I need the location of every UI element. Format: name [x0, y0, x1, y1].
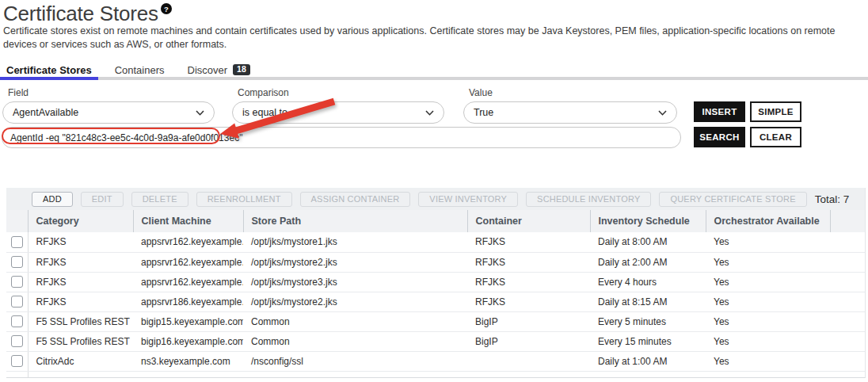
tab-underline [0, 77, 868, 80]
column-header-orchestrator-available[interactable]: Orchestrator Available [706, 210, 830, 232]
checkbox-cell [6, 292, 28, 311]
cell-store-path: /nsconfig/ssl [243, 351, 467, 371]
filler-cell [830, 252, 865, 272]
tab-discover[interactable]: Discover 18 [188, 64, 250, 76]
field-label: Field [2, 87, 215, 98]
row-checkbox[interactable] [11, 335, 23, 347]
column-header-category[interactable]: Category [28, 210, 133, 232]
cell-inventory-schedule: Daily at 2:00 AM [590, 252, 706, 272]
cell-client-machine: appsrvr162.keyexample.com [133, 272, 243, 292]
column-header-inventory-schedule[interactable]: Inventory Schedule [590, 210, 706, 232]
chevron-down-icon [425, 110, 434, 116]
grid-toolbar: ADD EDIT DELETE REENROLLMENT ASSIGN CONT… [6, 188, 865, 210]
simple-button[interactable]: SIMPLE [750, 101, 801, 122]
field-select[interactable]: AgentAvailable [2, 101, 215, 124]
cell-category: RFJKS [28, 232, 133, 252]
cell-orchestrator-available: Yes [706, 331, 830, 351]
filler-cell [830, 351, 865, 371]
table-row: RFJKSappsrvr186.keyexample.com/opt/jks/m… [6, 292, 865, 311]
tab-label: Containers [115, 64, 165, 76]
cell-orchestrator-available: Yes [706, 272, 830, 292]
cell-container: BigIP [467, 331, 590, 351]
filler-cell [830, 232, 865, 252]
checkbox-cell [6, 331, 28, 351]
cell-container: RFJKS [467, 232, 590, 252]
insert-button[interactable]: INSERT [694, 101, 745, 122]
row-checkbox[interactable] [11, 296, 23, 308]
chevron-down-icon [196, 110, 204, 116]
cell-client-machine: appsrvr162.keyexample.com [133, 232, 243, 252]
cell-inventory-schedule: Daily at 8:00 AM [590, 232, 706, 252]
field-group: Field AgentAvailable [2, 87, 215, 124]
row-checkbox[interactable] [11, 256, 23, 268]
page-header: Certificate Stores ? [3, 3, 172, 24]
page-description: Certificate stores exist on remote machi… [3, 25, 866, 51]
tab-bar: Certificate Stores Containers Discover 1… [6, 63, 273, 77]
cell-orchestrator-available: Yes [706, 351, 830, 371]
query-text: AgentId -eq "821c48c3-ee5c-4c0d-9a9a-afe… [10, 132, 242, 143]
help-icon[interactable]: ? [161, 3, 172, 14]
tab-containers[interactable]: Containers [115, 64, 165, 76]
column-header-container[interactable]: Container [467, 210, 590, 232]
column-header-store-path[interactable]: Store Path [243, 210, 467, 232]
certificate-stores-table: Category Client Machine Store Path Conta… [6, 210, 865, 377]
certificate-stores-grid: ADD EDIT DELETE REENROLLMENT ASSIGN CONT… [6, 188, 866, 378]
filler-cell [830, 331, 865, 351]
cell-category: RFJKS [28, 272, 133, 292]
checkbox-cell [6, 351, 28, 371]
cell-orchestrator-available: Yes [706, 232, 830, 252]
edit-button[interactable]: EDIT [81, 192, 124, 207]
row-checkbox[interactable] [11, 236, 23, 248]
view-inventory-button[interactable]: VIEW INVENTORY [418, 192, 518, 207]
cell-store-path: /opt/jks/mystore3.jks [243, 272, 467, 292]
value-label: Value [463, 87, 677, 98]
tab-certificate-stores[interactable]: Certificate Stores [6, 64, 92, 76]
cell-container: BigIP [467, 311, 590, 331]
cell-category: F5 SSL Profiles REST [28, 331, 133, 351]
add-button[interactable]: ADD [32, 192, 73, 207]
query-input[interactable]: AgentId -eq "821c48c3-ee5c-4c0d-9a9a-afe… [2, 127, 681, 148]
cell-inventory-schedule: Every 4 hours [590, 272, 706, 292]
checkbox-cell [6, 252, 28, 272]
search-button[interactable]: SEARCH [694, 127, 745, 147]
cell-inventory-schedule: Daily at 8:15 AM [590, 292, 706, 311]
tab-label: Certificate Stores [6, 64, 92, 76]
checkbox-cell [6, 311, 28, 331]
cell-category: RFJKS [28, 292, 133, 311]
comparison-selected-value: is equal to [242, 107, 287, 118]
cell-client-machine: appsrvr186.keyexample.com [133, 292, 243, 311]
filler-cell [830, 311, 865, 331]
filler-cell [830, 272, 865, 292]
row-checkbox[interactable] [11, 355, 23, 367]
cell-store-path: Common [243, 331, 467, 351]
comparison-select[interactable]: is equal to [232, 101, 444, 124]
comparison-label: Comparison [232, 87, 444, 98]
delete-button[interactable]: DELETE [131, 192, 188, 207]
row-checkbox[interactable] [11, 315, 23, 327]
reenrollment-button[interactable]: REENROLLMENT [196, 192, 292, 207]
filler-cell [830, 292, 865, 311]
cell-store-path: /opt/jks/mystore1.jks [243, 232, 467, 252]
cell-container: RFJKS [467, 252, 590, 272]
cell-inventory-schedule: Every 5 minutes [590, 311, 706, 331]
table-row: F5 SSL Profiles RESTbigip16.keyexample.c… [6, 331, 865, 351]
table-body: RFJKSappsrvr162.keyexample.com/opt/jks/m… [6, 232, 865, 377]
schedule-inventory-button[interactable]: SCHEDULE INVENTORY [526, 192, 651, 207]
table-row: F5 SSL Profiles RESTbigip15.keyexample.c… [6, 311, 865, 331]
active-tab-indicator [0, 77, 98, 80]
column-header-client-machine[interactable]: Client Machine [133, 210, 243, 232]
cell-inventory-schedule: Every 15 minutes [590, 331, 706, 351]
checkbox-cell [6, 272, 28, 292]
cell-category: F5 SSL Profiles REST [28, 311, 133, 331]
cell-client-machine: bigip16.keyexample.com [133, 331, 243, 351]
cell-client-machine: appsrvr162.keyexample.com [133, 252, 243, 272]
cell-client-machine: ns3.keyexample.com [133, 351, 243, 371]
value-select[interactable]: True [463, 101, 677, 124]
row-checkbox[interactable] [11, 276, 23, 288]
table-row: RFJKSappsrvr162.keyexample.com/opt/jks/m… [6, 252, 865, 272]
assign-container-button[interactable]: ASSIGN CONTAINER [300, 192, 411, 207]
query-certificate-store-button[interactable]: QUERY CERTIFICATE STORE [659, 192, 806, 207]
value-selected-value: True [474, 107, 493, 118]
clear-button[interactable]: CLEAR [750, 127, 801, 147]
checkbox-cell [6, 232, 28, 252]
